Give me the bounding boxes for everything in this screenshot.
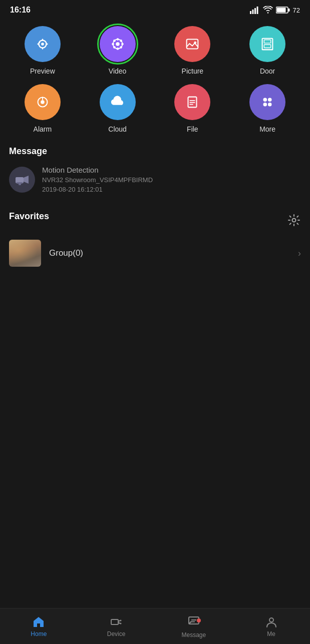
cloud-circle: [100, 84, 136, 120]
more-icon: [259, 94, 276, 111]
picture-label: Picture: [182, 67, 204, 75]
grid-item-cloud[interactable]: Cloud: [80, 84, 155, 133]
message-title-text: Motion Detection: [42, 166, 153, 174]
camera-icon: [34, 36, 51, 53]
svg-point-23: [120, 46, 122, 49]
svg-point-21: [120, 40, 122, 42]
grid-item-more[interactable]: More: [230, 84, 305, 133]
svg-point-22: [113, 46, 116, 49]
favorites-header: Favorites: [9, 211, 301, 229]
file-circle: [174, 84, 210, 120]
svg-rect-28: [264, 45, 271, 48]
svg-point-18: [112, 43, 114, 46]
svg-point-50: [120, 622, 122, 624]
battery-icon: [276, 6, 290, 14]
svg-point-16: [116, 38, 119, 41]
door-icon: [259, 36, 276, 53]
chevron-right-icon: ›: [298, 248, 301, 259]
more-label: More: [259, 125, 275, 133]
svg-rect-44: [19, 184, 21, 185]
file-label: File: [187, 125, 198, 133]
svg-point-31: [41, 100, 45, 104]
message-subtitle: NVR32 Showroom_VSIP4MPFBIRMD: [42, 176, 153, 184]
svg-point-8: [41, 43, 44, 46]
svg-rect-43: [17, 182, 23, 184]
message-avatar: [9, 167, 35, 193]
svg-rect-9: [39, 42, 40, 43]
nav-item-message[interactable]: Message: [155, 608, 233, 644]
film-icon: [109, 36, 126, 53]
door-circle: [249, 26, 285, 62]
video-circle: [100, 26, 136, 62]
status-bar: 16:16 72: [0, 0, 310, 18]
svg-point-17: [116, 48, 119, 50]
favorites-thumbnail: [9, 240, 41, 267]
door-label: Door: [260, 67, 275, 75]
nav-item-home[interactable]: Home: [0, 608, 78, 644]
preview-label: Preview: [30, 67, 55, 75]
svg-point-38: [268, 98, 272, 102]
bottom-nav: Home Device Message: [0, 608, 310, 644]
battery-level: 72: [293, 7, 300, 14]
more-circle: [249, 84, 285, 120]
status-icons: 72: [250, 6, 300, 14]
file-icon: [184, 94, 201, 111]
alarm-icon: [34, 94, 51, 111]
message-nav-label: Message: [182, 631, 206, 638]
svg-point-20: [113, 40, 116, 42]
svg-point-40: [268, 103, 272, 107]
grid-item-door[interactable]: Door: [230, 26, 305, 75]
favorites-section: Favorites Group(0) ›: [0, 202, 310, 276]
home-nav-label: Home: [31, 630, 47, 637]
nav-item-device[interactable]: Device: [78, 608, 155, 644]
svg-point-49: [120, 619, 122, 621]
icon-grid: Preview Video: [5, 26, 305, 133]
video-label: Video: [109, 67, 127, 75]
svg-point-37: [263, 98, 267, 102]
svg-rect-3: [256, 7, 258, 14]
svg-rect-24: [187, 40, 198, 49]
grid-item-preview[interactable]: Preview: [5, 26, 80, 75]
svg-rect-33: [188, 97, 197, 108]
grid-item-picture[interactable]: Picture: [155, 26, 230, 75]
message-timestamp: 2019-08-20 16:12:01: [42, 186, 153, 193]
preview-circle: [25, 26, 61, 62]
message-content: Motion Detection NVR32 Showroom_VSIP4MPF…: [42, 166, 153, 193]
me-nav-icon: [265, 615, 278, 628]
grid-item-video[interactable]: Video: [80, 26, 155, 75]
svg-rect-1: [252, 10, 253, 14]
signal-icon: [250, 6, 260, 14]
svg-rect-27: [264, 40, 271, 44]
status-time: 16:16: [10, 6, 31, 15]
device-nav-icon: [110, 615, 123, 628]
home-nav-icon: [32, 615, 45, 628]
cloud-icon: [109, 94, 126, 111]
wifi-icon: [263, 6, 273, 14]
svg-point-25: [194, 42, 197, 44]
svg-rect-46: [111, 619, 118, 624]
me-nav-label: Me: [267, 630, 275, 637]
message-notification-dot: [197, 618, 201, 622]
svg-point-45: [292, 218, 296, 222]
grid-item-alarm[interactable]: Alarm: [5, 84, 80, 133]
favorites-group-item[interactable]: Group(0) ›: [9, 236, 301, 271]
cloud-label: Cloud: [108, 125, 127, 133]
alarm-label: Alarm: [34, 125, 52, 133]
message-section: Message Motion Detection NVR32 Showroom_…: [0, 137, 310, 202]
grid-item-file[interactable]: File: [155, 84, 230, 133]
svg-rect-5: [276, 8, 285, 13]
image-icon: [184, 36, 201, 53]
spacer: [0, 276, 310, 608]
svg-point-39: [263, 103, 267, 107]
svg-rect-6: [288, 9, 289, 12]
settings-icon[interactable]: [287, 213, 301, 227]
svg-point-15: [116, 42, 120, 46]
svg-marker-42: [24, 176, 29, 184]
svg-rect-0: [250, 11, 251, 14]
device-nav-label: Device: [107, 630, 126, 637]
favorites-group-label: Group(0): [49, 248, 290, 258]
message-item[interactable]: Motion Detection NVR32 Showroom_VSIP4MPF…: [9, 164, 301, 197]
nav-item-me[interactable]: Me: [232, 608, 310, 644]
security-camera-icon: [15, 173, 30, 186]
alarm-circle: [25, 84, 61, 120]
